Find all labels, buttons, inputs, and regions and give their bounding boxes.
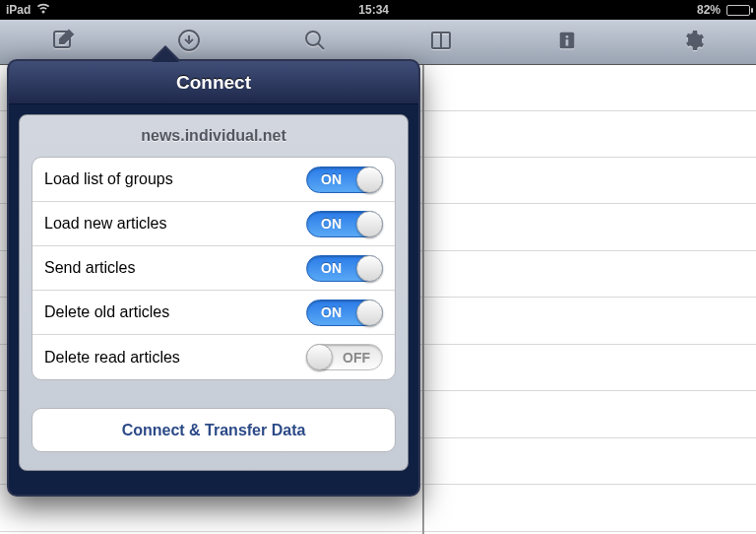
toggle-delete-read[interactable]: OFF [306, 344, 383, 370]
info-button[interactable] [537, 30, 597, 55]
toggle-load-groups[interactable]: ON [306, 167, 383, 193]
compose-button[interactable] [33, 29, 93, 56]
row-send-articles: Send articles ON [32, 246, 395, 291]
connect-transfer-button[interactable]: Connect & Transfer Data [32, 408, 396, 452]
row-delete-read: Delete read articles OFF [32, 335, 395, 379]
row-label: Delete read articles [44, 349, 180, 367]
row-load-groups: Load list of groups ON [32, 158, 395, 202]
list-item[interactable] [424, 158, 756, 205]
columns-button[interactable] [411, 29, 471, 56]
connect-popover: Connect news.individual.net Load list of… [7, 59, 420, 497]
row-label: Delete old articles [44, 303, 169, 321]
svg-rect-7 [566, 39, 569, 45]
row-label: Send articles [44, 259, 136, 277]
clock: 15:34 [358, 3, 389, 17]
battery-icon [726, 5, 750, 16]
list-item[interactable] [424, 298, 756, 345]
svg-point-6 [566, 34, 569, 37]
list-item[interactable] [424, 485, 756, 532]
toggle-delete-old[interactable]: ON [306, 300, 383, 326]
search-button[interactable] [285, 29, 345, 56]
list-item[interactable] [424, 438, 756, 486]
svg-point-2 [306, 32, 320, 45]
device-label: iPad [6, 3, 31, 17]
row-label: Load new articles [44, 215, 167, 233]
wifi-icon [36, 3, 50, 17]
row-delete-old: Delete old articles ON [32, 291, 395, 335]
toggle-send-articles[interactable]: ON [306, 255, 383, 282]
list-item[interactable] [424, 204, 756, 251]
server-label: news.individual.net [32, 127, 396, 145]
list-item[interactable] [424, 391, 756, 438]
battery-percent: 82% [697, 3, 721, 17]
list-item[interactable] [424, 110, 756, 158]
row-label: Load list of groups [44, 170, 173, 188]
status-bar: iPad 15:34 82% [0, 0, 756, 20]
settings-button[interactable] [663, 29, 723, 56]
popover-title: Connect [176, 72, 251, 94]
list-item[interactable] [424, 345, 756, 392]
threads-pane [423, 65, 756, 534]
list-item[interactable] [424, 251, 756, 299]
toggle-load-articles[interactable]: ON [306, 211, 383, 237]
row-load-articles: Load new articles ON [32, 202, 395, 246]
